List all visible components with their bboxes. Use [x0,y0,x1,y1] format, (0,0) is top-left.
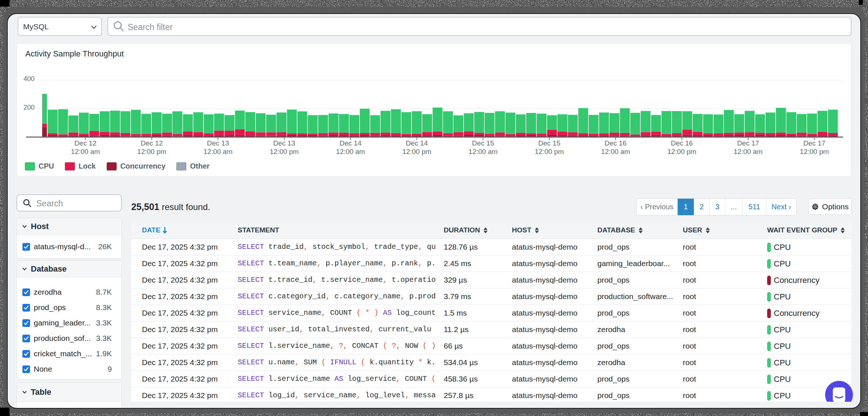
svg-text:400: 400 [23,75,34,82]
svg-text:Dec 14: Dec 14 [406,139,428,147]
svg-text:12:00 am: 12:00 am [601,148,630,155]
svg-text:12:00 am: 12:00 am [71,148,100,155]
svg-text:Dec 16: Dec 16 [604,139,626,147]
svg-text:12:00 pm: 12:00 pm [137,148,166,155]
svg-text:12:00 pm: 12:00 pm [535,148,564,155]
svg-text:12:00 am: 12:00 am [469,148,498,155]
svg-text:Dec 17: Dec 17 [737,139,759,147]
svg-text:Dec 13: Dec 13 [273,139,295,147]
svg-text:Dec 12: Dec 12 [74,139,96,147]
svg-text:Dec 12: Dec 12 [141,139,163,147]
svg-text:12:00 am: 12:00 am [204,148,232,155]
svg-text:12:00 pm: 12:00 pm [270,148,299,155]
svg-text:12:00 pm: 12:00 pm [667,148,696,155]
svg-text:12:00 am: 12:00 am [336,148,365,155]
svg-text:12:00 am: 12:00 am [733,148,762,155]
svg-text:Dec 13: Dec 13 [207,139,229,147]
svg-text:Dec 15: Dec 15 [472,139,494,147]
svg-text:Dec 14: Dec 14 [340,139,362,147]
svg-text:Dec 17: Dec 17 [803,139,825,147]
svg-text:Dec 16: Dec 16 [671,139,693,147]
svg-text:12:00 pm: 12:00 pm [402,148,431,155]
svg-text:Dec 15: Dec 15 [538,139,560,147]
svg-text:200: 200 [23,104,34,111]
svg-text:12:00 pm: 12:00 pm [800,148,829,155]
